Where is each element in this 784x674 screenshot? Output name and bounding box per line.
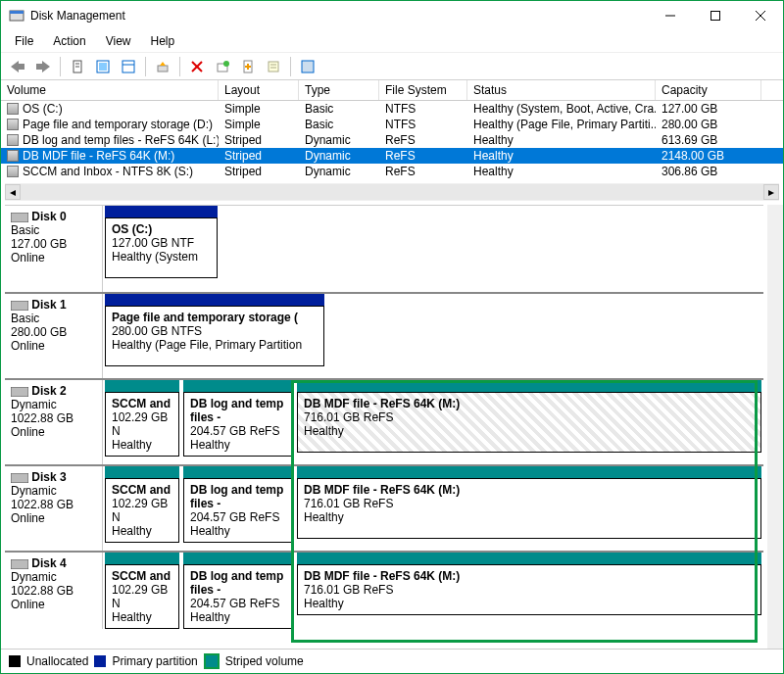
partition[interactable]: DB MDF file - ReFS 64K (M:)716.01 GB ReF… (297, 466, 761, 551)
partition[interactable]: OS (C:) 127.00 GB NTF Healthy (System (105, 206, 218, 292)
delete-icon[interactable] (186, 56, 208, 77)
partition[interactable]: SCCM and102.29 GB NHealthy (105, 466, 179, 551)
disk-map: Disk 0 Basic 127.00 GB Online OS (C:) 12… (5, 205, 763, 649)
properties-icon[interactable] (263, 56, 284, 77)
menu-view[interactable]: View (96, 32, 141, 50)
partition[interactable]: SCCM and102.29 GB NHealthy (105, 553, 179, 629)
scroll-track[interactable] (21, 184, 763, 200)
menubar: File Action View Help (1, 30, 783, 53)
forward-button[interactable] (32, 56, 54, 77)
svg-rect-3 (711, 12, 720, 21)
legend-swatch-striped (204, 653, 220, 669)
volume-type: Dynamic (299, 164, 379, 179)
partition-title: DB MDF file - ReFS 64K (M:) (304, 569, 755, 583)
partition-status: Healthy (190, 610, 286, 624)
scroll-right-icon[interactable]: ▸ (763, 184, 779, 200)
close-button[interactable] (738, 1, 783, 30)
partition[interactable]: DB log and temp files -204.57 GB ReFSHea… (183, 466, 293, 551)
volume-row-selected[interactable]: DB MDF file - ReFS 64K (M:) Striped Dyna… (1, 148, 783, 164)
disk-name: Disk 4 (31, 556, 66, 570)
partition-title: OS (C:) (112, 222, 211, 236)
toolbar-divider (179, 57, 180, 76)
volume-header: Volume Layout Type File System Status Ca… (1, 80, 783, 101)
disk-info[interactable]: Disk 4 Dynamic 1022.88 GB Online (5, 553, 103, 629)
toolbar-divider (290, 57, 291, 76)
disk-icon (11, 559, 28, 569)
partition-selected[interactable]: DB MDF file - ReFS 64K (M:)716.01 GB ReF… (297, 380, 761, 464)
partition-size: 204.57 GB ReFS (190, 510, 286, 524)
disk-row: Disk 2 Dynamic 1022.88 GB Online SCCM an… (5, 378, 763, 464)
partition[interactable]: SCCM and102.29 GB NHealthy (105, 380, 179, 464)
disk-state: Online (11, 251, 45, 265)
partition-title: Page file and temporary storage ( (112, 311, 318, 324)
svg-rect-10 (99, 63, 107, 71)
vertical-scrollbar[interactable] (767, 205, 783, 649)
refresh-icon[interactable] (92, 56, 114, 77)
volume-layout: Simple (219, 101, 299, 117)
partition-color-bar (297, 380, 761, 392)
volume-row[interactable]: SCCM and Inbox - NTFS 8K (S:) Striped Dy… (1, 164, 783, 179)
disk-name: Disk 1 (31, 298, 66, 312)
volume-type: Basic (299, 117, 379, 132)
titlebar[interactable]: Disk Management (1, 1, 783, 30)
col-capacity[interactable]: Capacity (656, 80, 761, 100)
drive-icon (7, 119, 19, 130)
partition[interactable]: DB log and temp files -204.57 GB ReFSHea… (183, 380, 293, 464)
partition-title: SCCM and (112, 483, 172, 497)
disk-info[interactable]: Disk 0 Basic 127.00 GB Online (5, 206, 103, 292)
back-button[interactable] (7, 56, 28, 77)
col-fs[interactable]: File System (379, 80, 467, 100)
partition-color-bar (183, 466, 293, 478)
minimize-button[interactable] (648, 1, 693, 30)
toolbar-icon-5[interactable] (212, 56, 233, 77)
disk-info[interactable]: Disk 1 Basic 280.00 GB Online (5, 294, 103, 378)
disk-info[interactable]: Disk 2 Dynamic 1022.88 GB Online (5, 380, 103, 464)
disk-name: Disk 2 (31, 384, 66, 398)
menu-action[interactable]: Action (43, 32, 95, 50)
svg-rect-27 (11, 559, 28, 569)
partition-size: 204.57 GB ReFS (190, 424, 286, 438)
volume-name: DB MDF file - ReFS 64K (M:) (23, 149, 174, 163)
scroll-left-icon[interactable]: ◂ (5, 184, 21, 200)
disk-name: Disk 3 (31, 470, 66, 484)
partition-color-bar (105, 294, 324, 306)
partition-size: 716.01 GB ReFS (304, 497, 755, 510)
partition[interactable]: DB MDF file - ReFS 64K (M:)716.01 GB ReF… (297, 553, 761, 629)
show-settings-icon[interactable] (67, 56, 88, 77)
volume-status: Healthy (Page File, Primary Partiti... (467, 117, 656, 132)
partition-size: 102.29 GB N (112, 497, 172, 524)
volume-layout: Simple (219, 117, 299, 132)
volume-row[interactable]: DB log and temp files - ReFS 64K (L:) St… (1, 132, 783, 148)
disk-info[interactable]: Disk 3 Dynamic 1022.88 GB Online (5, 466, 103, 551)
disk-type: Basic (11, 312, 39, 325)
partition[interactable]: Page file and temporary storage ( 280.00… (105, 294, 324, 378)
partition-status: Healthy (112, 438, 172, 452)
partition-status: Healthy (304, 510, 755, 524)
menu-help[interactable]: Help (141, 32, 185, 50)
svg-point-17 (223, 61, 229, 67)
volume-layout: Striped (219, 132, 299, 148)
maximize-button[interactable] (693, 1, 738, 30)
volume-capacity: 306.86 GB (656, 164, 761, 179)
horizontal-scrollbar[interactable]: ◂ ▸ (5, 183, 779, 201)
volume-row[interactable]: Page file and temporary storage (D:) Sim… (1, 117, 783, 132)
help-icon[interactable] (297, 56, 318, 77)
partition-status: Healthy (190, 524, 286, 538)
col-type[interactable]: Type (299, 80, 379, 100)
col-volume[interactable]: Volume (1, 80, 219, 100)
toolbar-divider (145, 57, 146, 76)
volume-row[interactable]: OS (C:) Simple Basic NTFS Healthy (Syste… (1, 101, 783, 117)
partition-color-bar (105, 206, 218, 217)
toolbar-icon-4[interactable] (152, 56, 173, 77)
menu-file[interactable]: File (5, 32, 43, 50)
col-status[interactable]: Status (467, 80, 656, 100)
col-layout[interactable]: Layout (219, 80, 299, 100)
disk-icon (11, 473, 28, 483)
partition[interactable]: DB log and temp files -204.57 GB ReFSHea… (183, 553, 293, 629)
partition-size: 127.00 GB NTF (112, 236, 211, 250)
disk-type: Dynamic (11, 398, 57, 411)
toolbar-icon-6[interactable] (237, 56, 259, 77)
toolbar-icon-3[interactable] (118, 56, 139, 77)
svg-rect-11 (122, 61, 134, 72)
partition-size: 280.00 GB NTFS (112, 324, 318, 338)
